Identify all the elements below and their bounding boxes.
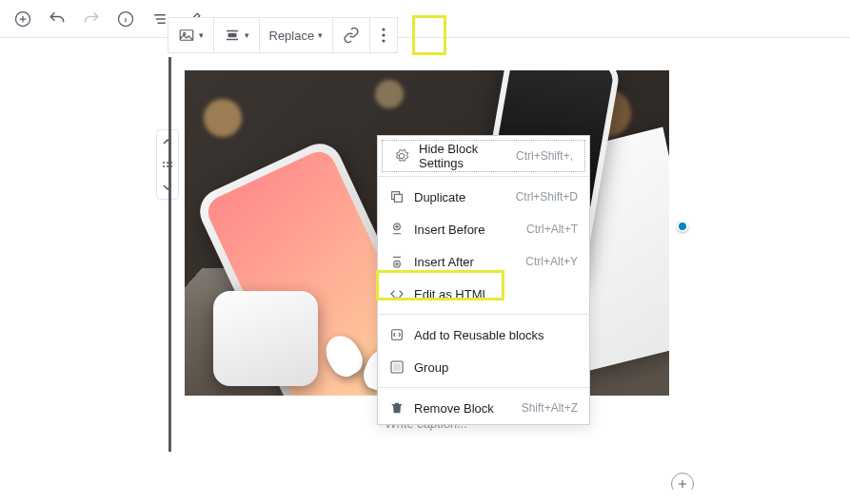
- info-icon: [116, 10, 135, 29]
- plus-circle-icon: [13, 10, 32, 29]
- menu-label: Insert Before: [414, 223, 517, 237]
- menu-shortcut: Shift+Alt+Z: [522, 401, 578, 415]
- replace-button[interactable]: Replace ▾: [260, 18, 333, 52]
- image-icon: [178, 27, 195, 44]
- align-icon: [224, 27, 241, 44]
- svg-point-11: [383, 28, 385, 30]
- caret-icon: ▾: [245, 30, 249, 40]
- menu-label: Insert After: [414, 255, 516, 269]
- menu-separator: [378, 176, 589, 177]
- editor-canvas: ▾ ▾ Replace ▾: [0, 38, 850, 490]
- redo-icon: [82, 10, 101, 29]
- menu-add-reusable[interactable]: Add to Reusable blocks: [378, 319, 589, 351]
- svg-text:HTML: HTML: [392, 297, 401, 300]
- insert-after-icon: [389, 254, 405, 269]
- block-toolbar: ▾ ▾ Replace ▾: [168, 17, 399, 53]
- menu-duplicate[interactable]: Duplicate Ctrl+Shift+D: [378, 181, 589, 213]
- link-button[interactable]: [333, 18, 369, 52]
- menu-group[interactable]: Group: [378, 351, 589, 383]
- menu-remove-block[interactable]: Remove Block Shift+Alt+Z: [378, 392, 589, 424]
- html-icon: HTML: [389, 286, 405, 301]
- align-button[interactable]: ▾: [214, 18, 259, 52]
- info-button[interactable]: [110, 4, 141, 34]
- duplicate-icon: [389, 189, 405, 204]
- reusable-icon: [389, 327, 405, 342]
- menu-edit-as-html[interactable]: HTML Edit as HTML: [378, 278, 589, 310]
- plus-icon: [676, 477, 689, 490]
- insert-before-icon: [389, 222, 405, 237]
- caret-icon: ▾: [318, 30, 323, 40]
- caret-icon: ▾: [199, 30, 204, 40]
- menu-insert-after[interactable]: Insert After Ctrl+Alt+Y: [378, 245, 589, 278]
- menu-label: Edit as HTML: [414, 287, 578, 301]
- menu-separator: [378, 387, 589, 388]
- menu-label: Duplicate: [414, 190, 506, 204]
- more-options-button[interactable]: [370, 18, 397, 52]
- svg-rect-21: [394, 364, 401, 371]
- svg-point-12: [383, 33, 385, 36]
- menu-hide-block-settings[interactable]: Hide Block Settings Ctrl+Shift+,: [382, 140, 585, 172]
- group-icon: [389, 359, 405, 375]
- menu-shortcut: Ctrl+Alt+T: [526, 223, 578, 236]
- editor-top-toolbar: [0, 0, 850, 38]
- menu-shortcut: Ctrl+Shift+,: [516, 149, 573, 163]
- menu-separator: [378, 314, 589, 315]
- undo-icon: [48, 10, 67, 29]
- menu-insert-before[interactable]: Insert Before Ctrl+Alt+T: [378, 213, 589, 245]
- menu-label: Add to Reusable blocks: [414, 328, 578, 342]
- svg-rect-10: [228, 34, 236, 37]
- menu-label: Remove Block: [414, 401, 512, 416]
- redo-button: [76, 4, 107, 34]
- block-options-menu: Hide Block Settings Ctrl+Shift+, Duplica…: [377, 135, 590, 425]
- menu-shortcut: Ctrl+Alt+Y: [525, 255, 578, 268]
- kebab-icon: [382, 27, 385, 44]
- menu-label: Hide Block Settings: [419, 142, 506, 170]
- menu-shortcut: Ctrl+Shift+D: [516, 190, 578, 204]
- svg-point-13: [383, 39, 385, 42]
- svg-point-5: [163, 165, 165, 167]
- add-block-button[interactable]: [8, 4, 38, 34]
- svg-point-2: [163, 162, 165, 164]
- link-icon: [343, 27, 360, 44]
- replace-label: Replace: [269, 29, 315, 43]
- undo-button[interactable]: [42, 4, 72, 34]
- trash-icon: [389, 400, 405, 416]
- add-block-below-button[interactable]: [671, 473, 694, 490]
- svg-rect-15: [394, 194, 402, 202]
- resize-handle-right[interactable]: [677, 221, 688, 232]
- menu-label: Group: [414, 360, 578, 375]
- block-type-button[interactable]: ▾: [168, 18, 213, 52]
- gear-icon: [394, 148, 409, 164]
